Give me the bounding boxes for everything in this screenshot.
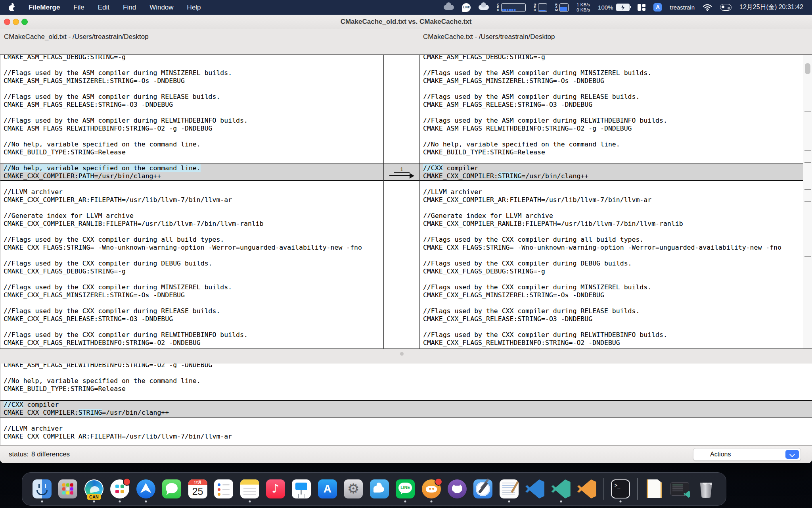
dock-item-edge[interactable]: CAN: [84, 479, 103, 498]
chevron-down-icon[interactable]: [785, 450, 799, 459]
calendar-icon[interactable]: 12月25: [188, 479, 207, 498]
messages-icon[interactable]: [162, 479, 181, 498]
ram-meter[interactable]: RAM: [555, 3, 569, 12]
menu-window[interactable]: Window: [149, 4, 173, 12]
fast-user-switch-name[interactable]: treastrain: [670, 4, 695, 11]
window-manager-icon[interactable]: [638, 4, 645, 11]
left-file-pane[interactable]: CMAKE_ASM_FLAGS_DEBUG:STRING=-g//Flags u…: [0, 55, 383, 348]
code-line: //Flags used by the CXX compiler during …: [0, 331, 383, 339]
app-menu-name[interactable]: FileMerge: [29, 4, 60, 12]
diff-number: 1: [394, 166, 410, 173]
dock-item-txt-file[interactable]: TXT: [645, 479, 664, 498]
cpu-meter[interactable]: CPU: [497, 3, 526, 12]
network-speed[interactable]: 1 KB/s 0 KB/s: [576, 2, 590, 12]
dock-item-window-preview[interactable]: [670, 479, 689, 498]
appstore-icon[interactable]: [318, 479, 337, 498]
scrollbar-thumb[interactable]: [805, 63, 810, 74]
vscode-insiders-icon[interactable]: [552, 479, 571, 498]
right-file-path: CMakeCache.txt - /Users/treastrain/Deskt…: [423, 33, 555, 41]
menu-bar-clock[interactable]: 12月25日(金) 20:31:42: [739, 3, 803, 12]
splitter-handle-icon[interactable]: [400, 352, 404, 356]
diff-block[interactable]: //CXX compilerCMAKE_CXX_COMPILER:STRING=…: [420, 164, 803, 181]
dock-item-twitter[interactable]: [370, 479, 389, 498]
actions-dropdown[interactable]: Actions: [693, 448, 801, 461]
right-file-pane[interactable]: CMAKE_ASM_FLAGS_DEBUG:STRING=-g//Flags u…: [420, 55, 803, 348]
dock-item-calendar[interactable]: 12月25: [188, 479, 207, 498]
code-line: CMAKE_CXX_COMPILER:STRING=/usr/bin/clang…: [420, 172, 803, 180]
twitter-icon[interactable]: [370, 479, 389, 498]
dock-item-slack[interactable]: [110, 479, 129, 498]
menu-help[interactable]: Help: [187, 4, 201, 12]
dock-item-launchpad[interactable]: [58, 479, 77, 498]
code-line: CMAKE_ASM_FLAGS_RELEASE:STRING=-O3 -DNDE…: [0, 101, 383, 109]
terminal-icon[interactable]: [611, 479, 630, 498]
line-icon[interactable]: LINE: [396, 479, 415, 498]
code-line: CMAKE_CXX_FLAGS:STRING= -Wno-unknown-war…: [420, 244, 803, 252]
code-line: //Flags used by the CXX compiler during …: [420, 331, 803, 339]
launchpad-icon[interactable]: [58, 479, 77, 498]
control-center-icon[interactable]: [720, 4, 732, 11]
settings-icon[interactable]: [344, 479, 363, 498]
menu-edit[interactable]: Edit: [98, 4, 109, 12]
dock-item-discord[interactable]: [422, 479, 441, 498]
line-menu-icon[interactable]: [462, 3, 471, 12]
wifi-icon[interactable]: [703, 4, 712, 11]
dock-item-terminal[interactable]: [611, 479, 630, 498]
menu-file[interactable]: File: [73, 4, 84, 12]
code-line: CMAKE_CXX_COMPILER_AR:FILEPATH=/usr/lib/…: [0, 196, 383, 204]
code-line: CMAKE_ASM_FLAGS_RELWITHDEBINFO:STRING=-O…: [0, 364, 812, 369]
input-source-icon[interactable]: A: [653, 3, 662, 12]
dock-item-github[interactable]: [448, 479, 467, 498]
vscode-exploration-icon[interactable]: [577, 479, 596, 498]
dock-item-xcode[interactable]: [473, 479, 492, 498]
gpu-meter[interactable]: GPU: [534, 3, 547, 12]
notes-icon[interactable]: [240, 479, 259, 498]
dock-item-reminders[interactable]: [214, 479, 233, 498]
vscode-icon[interactable]: [525, 479, 544, 498]
diff-block[interactable]: //No help, variable specified on the com…: [0, 164, 383, 181]
menu-find[interactable]: Find: [123, 4, 136, 12]
dock-item-vscode-insiders[interactable]: [552, 479, 571, 498]
dock-item-spark[interactable]: [136, 479, 155, 498]
merged-result-pane[interactable]: CMAKE_ASM_FLAGS_RELWITHDEBINFO:STRING=-O…: [0, 364, 812, 445]
xcode-icon[interactable]: [473, 479, 492, 498]
scrollbar-track[interactable]: [803, 55, 812, 348]
dock-item-appstore[interactable]: [318, 479, 337, 498]
merge-direction-arrow-icon[interactable]: [389, 175, 410, 176]
window-titlebar[interactable]: CMakeCache_old.txt vs. CMakeCache.txt: [0, 15, 812, 29]
dock-item-settings[interactable]: [344, 479, 363, 498]
txt-file-icon[interactable]: [647, 479, 662, 498]
left-file-path: CMakeCache_old.txt - /Users/treastrain/D…: [4, 33, 149, 41]
github-icon[interactable]: [448, 479, 467, 498]
dock-item-music[interactable]: [266, 479, 285, 498]
spark-icon[interactable]: [136, 479, 155, 498]
code-line: [420, 204, 803, 212]
diff-block[interactable]: //CXX compilerCMAKE_CXX_COMPILER:STRING=…: [0, 400, 812, 418]
dock-item-finder[interactable]: [33, 479, 52, 498]
code-line: //Flags used by the ASM compiler during …: [0, 69, 383, 77]
dock-item-vscode-exploration[interactable]: [577, 479, 596, 498]
apple-menu-icon[interactable]: [9, 4, 15, 11]
finder-icon[interactable]: [33, 479, 52, 498]
drive-cloud-icon[interactable]: [479, 5, 489, 10]
textedit-icon[interactable]: [500, 479, 519, 498]
dock-item-messages[interactable]: [162, 479, 181, 498]
dock-item-line[interactable]: LINE: [396, 479, 415, 498]
calendar-month: 12月: [188, 479, 207, 485]
dock-item-trash[interactable]: [697, 479, 716, 498]
dock-item-notes[interactable]: [240, 479, 259, 498]
music-icon[interactable]: [266, 479, 285, 498]
keynote-icon[interactable]: [292, 479, 311, 498]
dock-item-keynote[interactable]: [292, 479, 311, 498]
reminders-icon[interactable]: [214, 479, 233, 498]
dock-item-vscode[interactable]: [525, 479, 544, 498]
cloud-app-icon[interactable]: [444, 5, 454, 10]
code-line: [420, 85, 803, 93]
dock-item-textedit[interactable]: [500, 479, 519, 498]
battery-status[interactable]: 100%: [598, 4, 630, 11]
trash-icon[interactable]: [699, 481, 713, 498]
code-line: [0, 369, 812, 377]
pane-splitter[interactable]: [0, 348, 812, 364]
code-line: [0, 61, 383, 69]
window-preview-icon[interactable]: [670, 482, 689, 496]
